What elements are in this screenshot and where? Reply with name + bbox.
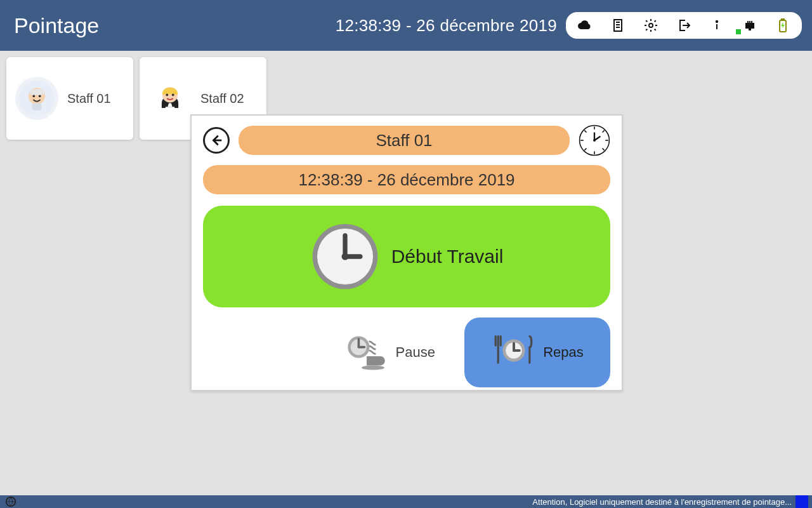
clock-in-popup: Staff 01 12:38:39 - 26 décembre 2019 [190,114,623,391]
pause-label: Pause [396,344,435,361]
cloud-icon[interactable] [577,18,593,33]
info-icon[interactable] [709,18,724,33]
footer-message: Attention, Logiciel uniquement destiné à… [532,497,792,507]
coffee-break-icon [344,328,390,377]
logout-icon[interactable] [676,18,691,33]
svg-point-1 [649,23,653,27]
footer-bar: Attention, Logiciel uniquement destiné à… [0,495,812,508]
svg-point-28 [341,253,348,260]
clock-icon [310,222,380,291]
meal-label: Repas [543,344,584,361]
svg-point-34 [362,365,384,370]
meal-button[interactable]: Repas [464,318,610,387]
popup-header-row: Staff 01 [203,124,610,156]
top-bar-right: 12:38:39 - 26 décembre 2019 [336,12,802,39]
battery-icon [775,18,790,33]
header-datetime: 12:38:39 - 26 décembre 2019 [336,16,557,36]
footer-accent [796,495,808,508]
top-bar: Pointage 12:38:39 - 26 décembre 2019 [0,0,812,51]
staff-name: Staff 02 [200,91,244,106]
gear-icon[interactable] [643,18,658,33]
back-button[interactable] [203,127,230,154]
page-title: Pointage [14,13,99,38]
avatar-chef-icon [15,77,58,120]
status-pill [566,12,802,39]
start-work-button[interactable]: Début Travail [203,206,610,307]
svg-point-23 [593,139,596,142]
svg-point-11 [172,94,174,97]
popup-datetime-pill: 12:38:39 - 26 décembre 2019 [203,165,610,194]
staff-name: Staff 01 [67,91,111,106]
receipt-icon[interactable] [610,18,625,33]
svg-point-7 [32,95,35,97]
popup-staff-name-pill: Staff 01 [239,126,570,155]
pause-button[interactable]: Pause [330,318,449,387]
svg-point-2 [716,21,717,22]
start-work-label: Début Travail [391,246,504,267]
network-icon [742,18,757,33]
footer-brand-icon [5,496,16,507]
svg-point-8 [39,95,41,97]
avatar-waitress-icon [148,77,192,120]
staff-card[interactable]: Staff 01 [6,57,133,140]
meal-icon [491,328,537,377]
popup-sub-row: Pause Repas [203,318,610,387]
analog-clock-icon [579,124,610,156]
svg-point-10 [166,94,168,97]
svg-rect-6 [32,104,42,110]
